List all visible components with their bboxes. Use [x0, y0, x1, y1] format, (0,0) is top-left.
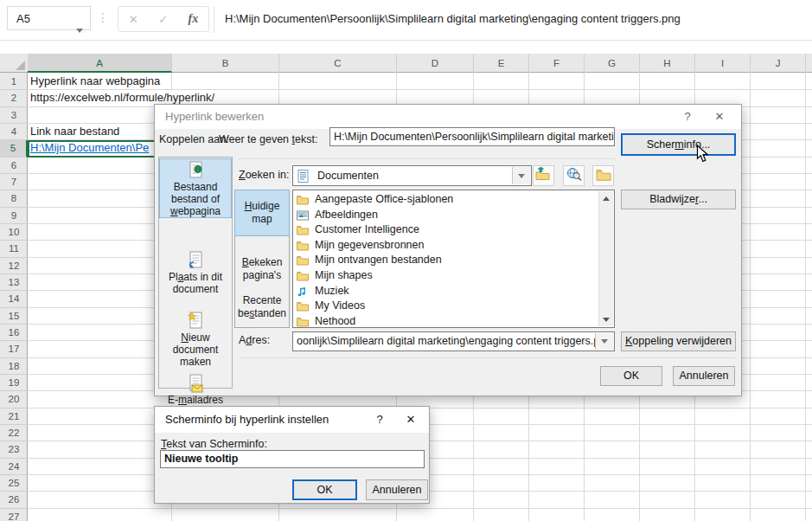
name-box-dropdown-icon[interactable]	[76, 17, 83, 42]
help-icon[interactable]: ?	[675, 105, 700, 129]
display-text-input[interactable]: H:\Mijn Documenten\Persoonlijk\Simplilea…	[329, 127, 615, 146]
row-header-9[interactable]: 9	[0, 208, 28, 224]
file-list-item[interactable]: Aangepaste Office-sjablonen	[295, 192, 580, 208]
scroll-up-icon[interactable]	[599, 191, 613, 205]
file-list-item[interactable]: Nethood	[295, 314, 580, 330]
remove-link-button[interactable]: Koppeling verwijderen	[621, 331, 736, 351]
folder-icon	[297, 271, 309, 281]
file-name: Mijn ontvangen bestanden	[315, 253, 442, 268]
column-header-G[interactable]: G	[585, 54, 640, 73]
row-header-8[interactable]: 8	[0, 190, 28, 207]
folder-icon	[297, 195, 309, 205]
row-header-19[interactable]: 19	[0, 375, 28, 391]
row-header-16[interactable]: 16	[0, 325, 28, 341]
row-header-4[interactable]: 4	[0, 124, 28, 140]
row-header-23[interactable]: 23	[0, 441, 28, 458]
screentip-dialog-titlebar[interactable]: Scherminfo bij hyperlink instellen ? ✕	[155, 407, 429, 433]
edit-cancel-button[interactable]: Annuleren	[673, 366, 735, 386]
help-icon[interactable]: ?	[367, 407, 393, 431]
sidebar-item-email-address-icon[interactable]: E-mailadres	[160, 372, 231, 406]
select-all-corner[interactable]	[0, 54, 28, 73]
file-list-item[interactable]: Mijn ontvangen bestanden	[295, 253, 580, 268]
confirm-entry-icon[interactable]: ✓	[158, 13, 168, 26]
name-box[interactable]: A5	[7, 6, 91, 30]
sidebar-item-place-in-document-icon[interactable]: Plaats in dit document	[160, 249, 231, 295]
row-header-21[interactable]: 21	[0, 408, 28, 425]
row-header-24[interactable]: 24	[0, 459, 28, 475]
file-list-scrollbar[interactable]	[598, 191, 613, 326]
row-header-7[interactable]: 7	[0, 174, 28, 190]
name-box-value: A5	[16, 12, 30, 25]
look-in-combo[interactable]: Documenten	[292, 165, 532, 186]
look-in-dropdown-icon[interactable]	[512, 167, 530, 184]
row-header-17[interactable]: 17	[0, 341, 28, 357]
edit-ok-button[interactable]: OK	[600, 366, 662, 386]
cell-A4[interactable]: Link naar bestand	[29, 124, 122, 139]
close-icon[interactable]: ✕	[707, 105, 732, 129]
insert-function-icon[interactable]: fx	[189, 12, 199, 26]
row-header-5[interactable]: 5	[0, 140, 28, 157]
sidebar-item-new-document-icon[interactable]: Nieuw document maken	[160, 310, 231, 368]
edit-dialog-titlebar[interactable]: Hyperlink bewerken ? ✕	[155, 105, 741, 129]
address-dropdown-icon[interactable]	[595, 333, 613, 350]
music-icon	[297, 286, 309, 297]
address-combo[interactable]: oonlijk\Simplilearn digital marketing\en…	[292, 331, 615, 351]
formula-input[interactable]: H:\Mijn Documenten\Persoonlijk\Simplilea…	[214, 6, 812, 33]
file-list-item[interactable]: Mijn shapes	[295, 268, 580, 284]
up-one-folder-button[interactable]	[533, 165, 554, 186]
row-header-15[interactable]: 15	[0, 308, 28, 325]
file-list-item[interactable]: Mijn gegevensbronnen	[295, 238, 580, 254]
sidebar-item-existing-file-webpage-icon[interactable]: Bestaand bestand of webpagina	[160, 159, 231, 217]
edit-dialog-title: Hyperlink bewerken	[165, 105, 264, 129]
column-header-H[interactable]: H	[640, 54, 695, 73]
edit-hyperlink-dialog: Hyperlink bewerken ? ✕ Koppelen aan: Wee…	[154, 104, 742, 396]
column-header-C[interactable]: C	[279, 54, 397, 73]
row-header-20[interactable]: 20	[0, 391, 28, 408]
row-header-27[interactable]: 27	[0, 509, 28, 521]
cancel-entry-icon[interactable]: ✕	[129, 13, 138, 26]
row-header-22[interactable]: 22	[0, 425, 28, 441]
scroll-down-icon[interactable]	[599, 312, 613, 326]
column-header-D[interactable]: D	[397, 54, 474, 73]
row-header-3[interactable]: 3	[0, 107, 28, 124]
column-header-A[interactable]: A	[28, 54, 172, 73]
screentip-text-input[interactable]: Nieuwe tooltip	[160, 450, 425, 468]
column-header-J[interactable]: J	[751, 54, 806, 73]
browse-web-button[interactable]	[563, 165, 585, 186]
column-header-F[interactable]: F	[529, 54, 585, 73]
row-header-1[interactable]: 1	[0, 74, 28, 90]
row-header-18[interactable]: 18	[0, 358, 28, 375]
row-header-2[interactable]: 2	[0, 90, 28, 106]
file-list-item[interactable]: My Videos	[295, 299, 580, 314]
nav-item-1[interactable]: Bekeken pagina's	[235, 251, 289, 287]
file-name: Mijn shapes	[315, 268, 373, 284]
screentip-cancel-button[interactable]: Annuleren	[366, 479, 428, 500]
browse-file-button[interactable]	[592, 165, 614, 186]
sidebar-item-label: E-mailadres	[168, 394, 223, 406]
row-header-25[interactable]: 25	[0, 475, 28, 492]
file-list-item[interactable]: Customer Intelligence	[295, 222, 580, 238]
row-header-14[interactable]: 14	[0, 291, 28, 307]
row-header-6[interactable]: 6	[0, 158, 28, 174]
image-icon	[297, 210, 309, 221]
bookmark-button[interactable]: Bladwijzer...	[621, 190, 736, 209]
screentip-button[interactable]: Scherminfo...	[621, 133, 736, 156]
nav-item-2[interactable]: Recente bestanden	[235, 289, 289, 325]
column-header-B[interactable]: B	[172, 54, 279, 73]
column-header-E[interactable]: E	[474, 54, 529, 73]
row-header-11[interactable]: 11	[0, 241, 28, 257]
screentip-ok-button[interactable]: OK	[292, 479, 357, 500]
file-list-item[interactable]: Afbeeldingen	[295, 208, 580, 223]
separator-dots-icon: ⋮	[97, 10, 109, 24]
cell-A1[interactable]: Hyperlink naar webpagina	[29, 74, 163, 89]
file-list-item[interactable]: Muziek	[295, 284, 580, 299]
close-icon[interactable]: ✕	[398, 407, 424, 431]
document-type-icon	[297, 170, 310, 186]
column-header-I[interactable]: I	[695, 54, 751, 73]
row-header-26[interactable]: 26	[0, 492, 28, 508]
row-header-12[interactable]: 12	[0, 258, 28, 274]
row-header-10[interactable]: 10	[0, 224, 28, 241]
row-header-13[interactable]: 13	[0, 274, 28, 291]
nav-item-0[interactable]: Huidige map	[235, 190, 289, 235]
active-cell-selection	[28, 140, 173, 158]
